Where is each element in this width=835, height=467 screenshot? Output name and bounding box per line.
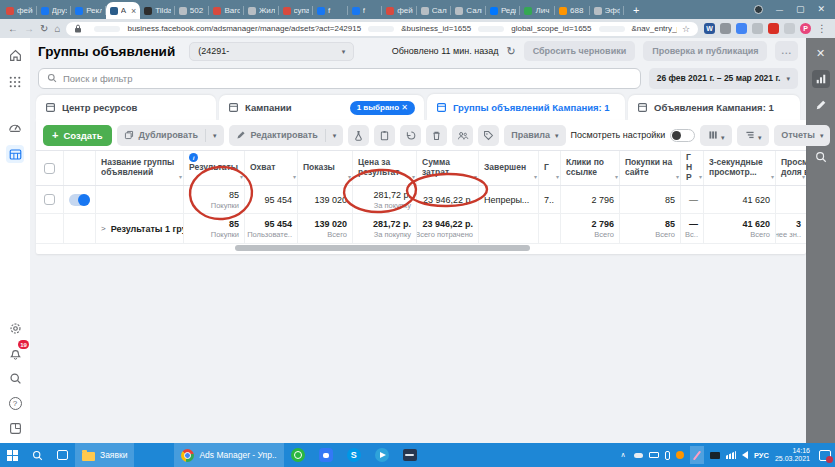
level-tab[interactable]: Группы объявлений Кампания: 1 (427, 94, 625, 120)
browser-tab[interactable]: супа (279, 2, 314, 19)
sort-caret-icon[interactable] (556, 165, 559, 183)
pen-input-icon[interactable] (690, 446, 704, 464)
extension-icon[interactable]: P (800, 23, 811, 34)
column-header[interactable]: Завершен (479, 151, 539, 185)
sort-caret-icon[interactable] (534, 165, 537, 183)
browser-tab[interactable]: Друз (37, 2, 72, 19)
taskbar-search-button[interactable] (25, 443, 50, 467)
column-header[interactable]: Клики по ссылке (561, 151, 620, 185)
zoom-search-icon[interactable] (812, 148, 830, 166)
browser-tab[interactable]: f (313, 2, 348, 19)
sort-caret-icon[interactable] (412, 165, 415, 183)
widgets-icon[interactable] (6, 419, 24, 437)
column-header[interactable]: Покупки на сайте (620, 151, 681, 185)
taskbar-whatsapp[interactable] (284, 443, 312, 467)
browser-tab[interactable]: Tilda (140, 2, 175, 19)
sort-caret-icon[interactable] (179, 165, 182, 183)
notifications-bell-icon[interactable]: 19 (6, 344, 24, 362)
window-maximize-icon[interactable] (796, 5, 805, 14)
expand-chevron-icon[interactable]: > (101, 224, 106, 233)
horizontal-scrollbar[interactable] (235, 245, 530, 251)
search-filter[interactable] (38, 68, 641, 89)
sort-caret-icon[interactable] (293, 165, 296, 183)
duplicate-button[interactable]: Дублировать (117, 125, 224, 146)
create-button[interactable]: Создать (43, 125, 112, 146)
extension-icon[interactable] (784, 23, 795, 34)
browser-tab[interactable]: 688 (555, 2, 590, 19)
charts-panel-icon[interactable] (812, 70, 830, 88)
bookmark-star-icon[interactable] (682, 24, 690, 34)
browser-tab[interactable]: Реди (486, 2, 521, 19)
window-close-icon[interactable] (817, 5, 825, 14)
level-tab[interactable]: Объявления Кампания: 1 (628, 95, 800, 120)
url-bar[interactable]: business.facebook.com/adsmanager/manage/… (66, 22, 698, 36)
cloud-icon[interactable] (634, 453, 643, 458)
taskbar-skype[interactable]: S (340, 443, 368, 467)
discard-drafts-button[interactable]: Сбросить черновики (524, 41, 636, 61)
date-range-picker[interactable]: 26 фев 2021 г. – 25 мар 2021 г. (649, 68, 798, 89)
taskbar-clock[interactable]: 14:16 25.03.2021 (775, 447, 810, 463)
action-center-icon[interactable] (819, 450, 831, 461)
ad-set-active-toggle[interactable] (69, 194, 90, 206)
sort-caret-icon[interactable] (771, 165, 774, 183)
browser-profile-icon[interactable] (754, 5, 763, 14)
window-minimize-icon[interactable] (776, 5, 783, 14)
taskbar-folder-zayavki[interactable]: Заявки (75, 443, 134, 467)
browser-tab[interactable]: фейс (2, 2, 37, 19)
new-tab-button[interactable]: + (628, 2, 644, 18)
view-settings-toggle[interactable] (670, 129, 695, 142)
network-icon[interactable] (726, 451, 736, 459)
browser-tray-icon[interactable] (676, 451, 684, 459)
refresh-icon[interactable] (506, 46, 515, 57)
selected-count-badge[interactable]: 1 выбрано ✕ (350, 101, 415, 115)
browser-tab[interactable]: Сали (417, 2, 452, 19)
panel-close-icon[interactable] (812, 44, 830, 62)
task-view-button[interactable] (50, 443, 75, 467)
taskbar-chrome-window[interactable]: Ads Manager - Упр.. (174, 443, 283, 467)
more-options-button[interactable]: ... (775, 41, 798, 61)
browser-tab[interactable]: Ваго (209, 2, 244, 19)
column-header[interactable]: Название группы объявлений (96, 151, 184, 185)
campaigns-table-icon[interactable] (6, 145, 24, 163)
start-button[interactable] (0, 443, 25, 467)
ab-test-icon[interactable] (348, 125, 369, 146)
breakdown-button[interactable] (737, 125, 769, 146)
chevron-down-icon[interactable] (213, 130, 217, 140)
bluetooth-icon[interactable] (665, 451, 670, 460)
volume-icon[interactable] (742, 451, 748, 459)
dashboard-speedometer-icon[interactable] (6, 118, 24, 136)
browser-tab[interactable]: Жил (244, 2, 279, 19)
extension-icon[interactable] (736, 23, 747, 34)
clipboard-icon[interactable] (374, 125, 395, 146)
tab-close-icon[interactable]: × (131, 6, 136, 16)
hidden-icons-chevron[interactable] (618, 450, 628, 460)
extension-icon[interactable] (720, 23, 731, 34)
rules-button[interactable]: Правила (504, 125, 565, 146)
edit-panel-icon[interactable] (812, 96, 830, 114)
settings-gear-icon[interactable] (6, 319, 24, 337)
audience-icon[interactable] (452, 125, 473, 146)
sort-caret-icon[interactable] (699, 165, 702, 183)
taskbar-drive[interactable] (396, 443, 424, 467)
home-icon[interactable]: ⌂ (54, 24, 60, 34)
extension-icon[interactable] (768, 23, 779, 34)
reload-icon[interactable]: ↻ (40, 24, 48, 34)
home-nav-icon[interactable] (6, 46, 24, 64)
column-header[interactable]: i Результаты (184, 151, 245, 185)
sort-caret-icon[interactable] (802, 165, 805, 183)
review-publish-button[interactable]: Проверка и публикация (643, 41, 767, 61)
reports-button[interactable]: Отчеты (774, 125, 830, 146)
level-tab[interactable]: Центр ресурсов (36, 95, 216, 120)
sort-caret-icon[interactable] (348, 165, 351, 183)
browser-tab[interactable]: Эфф (590, 2, 625, 19)
account-selector[interactable]: (24291- (189, 42, 354, 61)
sort-caret-icon[interactable] (615, 165, 618, 183)
forward-icon[interactable]: → (24, 24, 34, 34)
level-tab[interactable]: Кампании 1 выбрано ✕ (219, 95, 424, 120)
search-input[interactable] (63, 73, 632, 84)
column-header[interactable]: Сумма затрат (417, 151, 479, 185)
edit-button[interactable]: Редактировать (229, 125, 344, 146)
back-icon[interactable]: ← (8, 24, 18, 34)
column-header[interactable]: 3-секундные просмотр... (704, 151, 776, 185)
browser-tab[interactable]: фейс (382, 2, 417, 19)
